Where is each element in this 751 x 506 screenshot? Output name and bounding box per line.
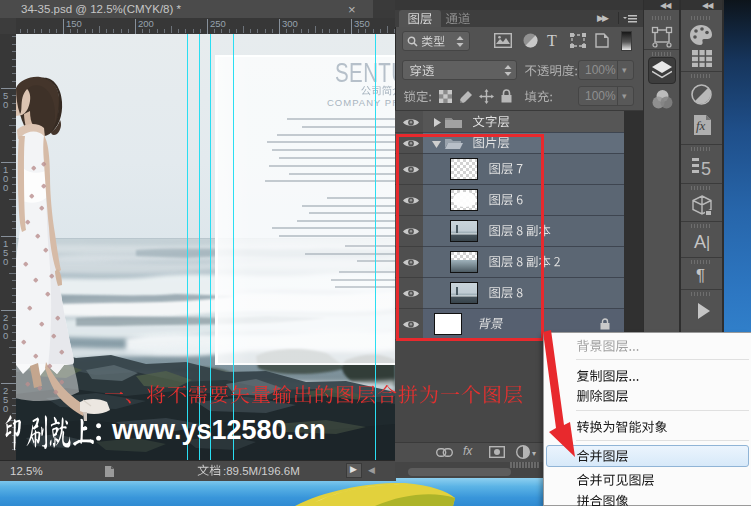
svg-text:fx: fx: [696, 118, 706, 133]
svg-text:5: 5: [701, 159, 711, 178]
